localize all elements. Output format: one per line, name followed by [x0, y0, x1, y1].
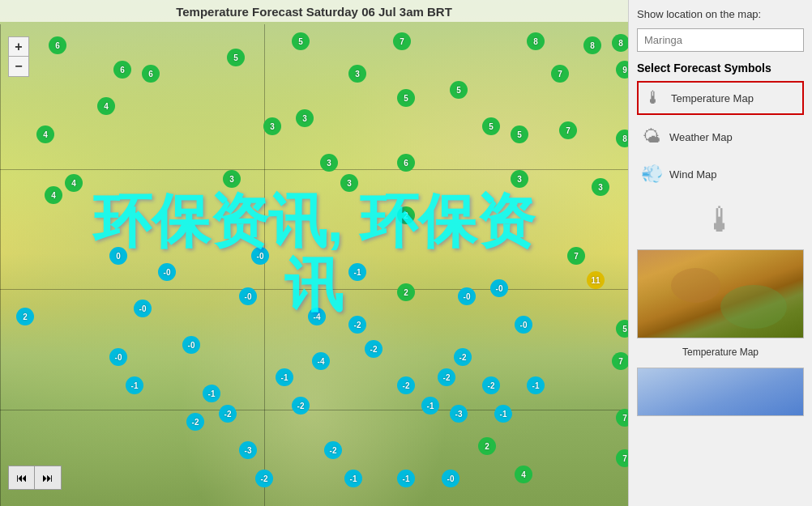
- temp-dot: 2: [478, 437, 496, 455]
- forecast-option-wind[interactable]: 💨 Wind Map: [637, 159, 804, 189]
- temp-dot: 3: [348, 65, 366, 83]
- temp-dot: 11: [587, 271, 605, 289]
- mini-map-temperature[interactable]: [637, 249, 804, 338]
- temp-dot: -2: [438, 368, 455, 386]
- temp-dot: 5: [292, 32, 310, 50]
- temp-dot: 8: [527, 32, 545, 50]
- playback-controls: ⏮ ⏭: [8, 466, 62, 490]
- temp-dot: -0: [134, 300, 152, 317]
- temp-dot: -1: [397, 470, 415, 487]
- temp-dot: 6: [397, 154, 415, 172]
- forecast-option-temperature-label: Temperature Map: [671, 92, 754, 104]
- temp-dot: 0: [109, 247, 127, 265]
- temp-dot: -0: [109, 348, 127, 366]
- temp-dot: -0: [251, 247, 269, 265]
- map-title: Temperature Forecast Saturday 06 Jul 3am…: [0, 0, 628, 22]
- temp-dot: 4: [97, 97, 115, 115]
- temp-dot: 6: [142, 65, 160, 83]
- mini-map-temperature-label: Temperature Map: [637, 347, 804, 358]
- temp-dot: 5: [616, 320, 628, 338]
- temp-dot: 8: [616, 130, 628, 147]
- map-area: Temperature Forecast Saturday 06 Jul 3am…: [0, 0, 628, 506]
- temp-dot: 3: [320, 154, 338, 172]
- temp-dot: 6: [113, 61, 131, 79]
- temp-dot: 5: [511, 125, 528, 143]
- forecast-option-weather-label: Weather Map: [669, 131, 733, 143]
- temp-dot: 5: [397, 89, 415, 107]
- weather-icon: 🌤: [640, 126, 663, 147]
- temp-dot: -1: [276, 368, 293, 386]
- temp-dot: 5: [482, 117, 500, 135]
- next-button[interactable]: ⏭: [35, 466, 61, 489]
- temp-dot: -1: [494, 405, 512, 423]
- temp-dot: -2: [365, 340, 382, 358]
- temp-dot: 5: [227, 49, 245, 66]
- temp-dot: 4: [65, 174, 83, 192]
- temp-dot: 7: [567, 247, 585, 265]
- temp-dot: -0: [515, 316, 532, 334]
- temp-dot: 3: [296, 109, 314, 127]
- temp-dot: 3: [592, 178, 609, 196]
- prev-button[interactable]: ⏮: [9, 466, 35, 489]
- temp-dot: -0: [490, 279, 508, 297]
- temp-dot: 2: [397, 206, 415, 224]
- temp-dot: -1: [203, 385, 220, 402]
- map-background: [0, 0, 628, 506]
- temp-dot: -0: [239, 287, 257, 305]
- temp-dot: -2: [324, 441, 342, 459]
- temp-dot: 7: [393, 32, 411, 50]
- temp-dot: 7: [551, 65, 569, 83]
- forecast-section-title: Select Forecast Symbols: [637, 62, 804, 74]
- temp-dot: -2: [186, 413, 204, 431]
- temp-dot: 7: [612, 352, 628, 370]
- temp-dot: -1: [126, 376, 143, 394]
- sidebar: Show location on the map: Select Forecas…: [628, 0, 812, 506]
- temp-dot: 8: [612, 34, 628, 52]
- mini-map-weather[interactable]: [637, 368, 804, 416]
- temp-dot: -4: [308, 308, 326, 325]
- temp-dot: -0: [442, 470, 459, 487]
- temp-dot: -1: [527, 376, 545, 394]
- temp-dot: -2: [454, 348, 472, 366]
- temp-dot: 4: [45, 186, 62, 204]
- temp-dot: 2: [397, 283, 415, 301]
- temp-dot: 7: [616, 409, 628, 427]
- temp-dot: 3: [223, 170, 241, 188]
- temp-dot: -2: [255, 470, 273, 487]
- temp-dot: -4: [312, 352, 330, 370]
- temp-dot: -2: [397, 376, 415, 394]
- temp-dot: 3: [340, 174, 358, 192]
- temp-dot: 4: [515, 466, 532, 483]
- temp-dot: -1: [344, 470, 362, 487]
- temp-dot: 2: [16, 308, 34, 325]
- temp-dot: -1: [421, 397, 439, 415]
- large-thermometer-icon: 🌡: [703, 201, 737, 240]
- temp-dot: -0: [182, 336, 200, 354]
- zoom-out-button[interactable]: −: [9, 57, 28, 76]
- temp-dot: -2: [348, 316, 366, 334]
- temp-dot: -0: [458, 287, 476, 305]
- location-label: Show location on the map:: [637, 8, 804, 20]
- thermometer-icon: 🌡: [642, 87, 665, 108]
- temp-dot: 7: [616, 449, 628, 467]
- temp-dot: -2: [292, 397, 310, 415]
- temp-dot: -3: [450, 405, 468, 423]
- temp-dot: -0: [158, 263, 176, 281]
- temp-dot: 3: [511, 170, 528, 188]
- location-input[interactable]: [637, 28, 804, 52]
- temp-dot: 5: [450, 81, 468, 99]
- temp-dot: 7: [559, 121, 577, 139]
- zoom-in-button[interactable]: +: [9, 37, 28, 57]
- forecast-option-temperature[interactable]: 🌡 Temperature Map: [637, 81, 804, 115]
- forecast-option-weather[interactable]: 🌤 Weather Map: [637, 121, 804, 152]
- temp-dot: -3: [239, 441, 257, 459]
- temp-dot: -2: [219, 405, 237, 423]
- temp-dot: 8: [583, 36, 601, 54]
- wind-icon: 💨: [640, 164, 663, 185]
- forecast-option-wind-label: Wind Map: [669, 168, 717, 181]
- temp-dot: -1: [348, 263, 366, 281]
- temp-dot: 9: [616, 61, 628, 79]
- zoom-controls: + −: [8, 36, 29, 77]
- temp-dot: 6: [49, 36, 66, 54]
- temp-dot: 4: [36, 125, 54, 143]
